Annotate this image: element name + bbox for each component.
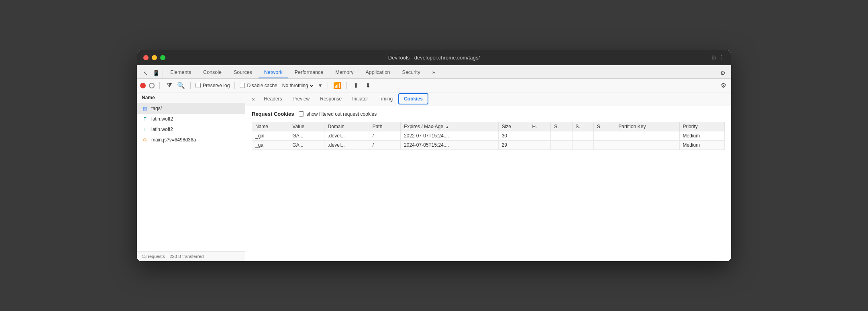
filter-cookies-checkbox[interactable] [299,111,304,117]
col-partition-key[interactable]: Partition Key [615,122,679,131]
cookies-section: Request Cookies show filtered out reques… [245,106,731,261]
devtools-window: DevTools - developer.chrome.com/tags/ ⚙ … [137,50,731,261]
detail-panel: × Headers Preview Response Initiator Tim… [245,92,731,261]
search-icon[interactable]: 🔍 [177,81,185,90]
toolbar-divider-1 [159,82,160,89]
preserve-log-checkbox[interactable] [196,83,201,88]
table-row[interactable]: _gidGA....devel.../2022-07-07T15:24....3… [252,131,725,141]
document-icon: ▤ [142,105,148,112]
detail-close-button[interactable]: × [249,94,258,104]
cell-3: / [369,131,401,141]
network-settings-icon[interactable]: ⚙ [719,81,728,90]
cell-4: 2024-07-05T15:24.... [401,141,499,150]
tab-elements[interactable]: Elements [165,67,197,78]
cookies-table: Name Value Domain Path Expires / Max-Age… [252,122,725,150]
sidebar-item-mainjs[interactable]: ⚙ main.js?v=6498d36a [137,135,245,145]
sidebar: Name ▤ tags/ T latin.woff2 T latin.woff2… [137,92,245,261]
filter-icon[interactable]: ⧩ [165,81,173,90]
cell-10 [615,131,679,141]
cookies-section-title: Request Cookies [252,111,294,117]
cell-6 [529,131,551,141]
filter-cookies-label[interactable]: show filtered out request cookies [299,111,377,117]
tab-preview[interactable]: Preview [288,94,315,104]
cell-8 [572,141,593,150]
throttle-select[interactable]: No throttling Fast 3G Slow 3G [281,82,315,89]
toolbar-divider-4 [328,82,328,89]
device-toolbar-icon[interactable]: 📱 [151,68,161,78]
cell-1: GA... [289,131,324,141]
disable-cache-label[interactable]: Disable cache [240,83,277,88]
table-row[interactable]: _gaGA....devel.../2024-07-05T15:24....29… [252,141,725,150]
cell-10 [615,141,679,150]
disable-cache-checkbox[interactable] [240,83,245,88]
clear-button[interactable] [149,83,155,88]
tab-network[interactable]: Network [259,67,288,78]
font-icon-2: T [142,126,148,133]
col-s3[interactable]: S. [593,122,615,131]
cookies-header: Request Cookies show filtered out reques… [252,111,725,117]
tab-console[interactable]: Console [198,67,227,78]
cell-11: Medium [679,131,724,141]
close-button[interactable] [143,55,149,60]
tabs-divider [163,70,163,78]
cell-0: _ga [252,141,289,150]
filter-cookies-text: show filtered out request cookies [306,111,377,117]
tab-performance[interactable]: Performance [289,67,329,78]
tab-timing[interactable]: Timing [374,94,398,104]
sidebar-item-label: main.js?v=6498d36a [151,137,196,143]
cell-0: _gid [252,131,289,141]
col-name[interactable]: Name [252,122,289,131]
minimize-button[interactable] [152,55,157,60]
tab-response[interactable]: Response [315,94,346,104]
sidebar-footer: 13 requests 220 B transferred [137,251,245,261]
window-title: DevTools - developer.chrome.com/tags/ [388,55,480,61]
upload-icon[interactable]: ⬆ [352,81,361,90]
cell-5: 30 [498,131,529,141]
request-count: 13 requests [142,254,165,259]
wifi-icon[interactable]: 📶 [333,81,342,90]
sidebar-item-label: latin.woff2 [151,116,173,122]
script-icon: ⚙ [142,137,148,143]
col-path[interactable]: Path [369,122,401,131]
tab-memory[interactable]: Memory [330,67,359,78]
cell-11: Medium [679,141,724,150]
col-priority[interactable]: Priority [679,122,724,131]
transfer-size: 220 B transferred [169,254,204,259]
maximize-button[interactable] [160,55,165,60]
col-s1[interactable]: S. [551,122,572,131]
tab-headers[interactable]: Headers [259,94,287,104]
sidebar-item-label: latin.woff2 [151,127,173,132]
col-value[interactable]: Value [289,122,324,131]
preserve-log-label[interactable]: Preserve log [196,83,230,88]
sidebar-item-latin-1[interactable]: T latin.woff2 [137,114,245,124]
download-icon[interactable]: ⬇ [364,81,373,90]
more-icon[interactable]: ⋮ [718,54,725,61]
col-h[interactable]: H. [529,122,551,131]
devtools-settings-icon[interactable]: ⚙ [717,68,728,78]
col-domain[interactable]: Domain [324,122,369,131]
cell-1: GA... [289,141,324,150]
table-header-row: Name Value Domain Path Expires / Max-Age… [252,122,725,131]
cursor-icon[interactable]: ↖ [140,68,151,78]
sidebar-header: Name [137,92,245,103]
tab-initiator[interactable]: Initiator [347,94,373,104]
tab-cookies[interactable]: Cookies [398,93,428,104]
main-content: Name ▤ tags/ T latin.woff2 T latin.woff2… [137,92,731,261]
record-button[interactable] [140,83,146,88]
tab-sources[interactable]: Sources [228,67,258,78]
col-s2[interactable]: S. [572,122,593,131]
sidebar-item-latin-2[interactable]: T latin.woff2 [137,124,245,135]
toolbar-divider-5 [346,82,347,89]
tab-security[interactable]: Security [397,67,426,78]
col-size[interactable]: Size [498,122,529,131]
cell-7 [551,131,572,141]
sidebar-item-label: tags/ [151,106,162,111]
main-tabs-bar: ↖ 📱 Elements Console Sources Network Per… [137,65,731,79]
tab-more[interactable]: » [427,67,441,78]
cell-7 [551,141,572,150]
cell-2: .devel... [324,141,369,150]
sidebar-item-tags[interactable]: ▤ tags/ [137,103,245,114]
settings-icon[interactable]: ⚙ [711,54,717,61]
col-expires[interactable]: Expires / Max-Age ▲ [401,122,499,131]
tab-application[interactable]: Application [360,67,395,78]
